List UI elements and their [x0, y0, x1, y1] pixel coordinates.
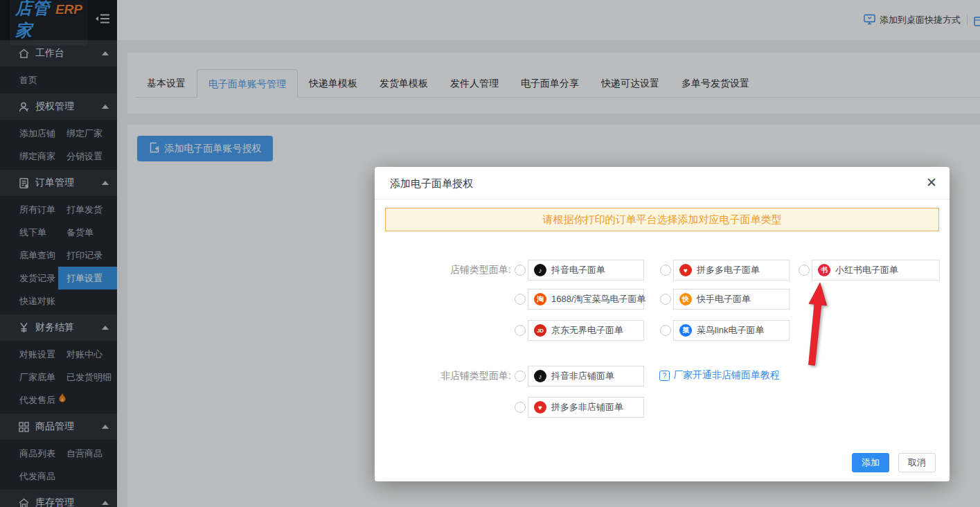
radio-kuaishou[interactable]: [660, 294, 671, 305]
option-1688/淘宝菜鸟电子面单[interactable]: 淘1688/淘宝菜鸟电子面单: [528, 289, 644, 310]
option-label: 抖音电子面单: [551, 264, 605, 276]
radio-pinduoduo[interactable]: [660, 265, 671, 276]
dialog-title: 添加电子面单授权: [390, 177, 473, 190]
radio-douyin[interactable]: [515, 371, 526, 382]
option-label: 小红书电子面单: [835, 264, 898, 276]
dialog-header: 添加电子面单授权 ✕: [375, 167, 950, 199]
radio-jd[interactable]: [515, 325, 526, 336]
nonshop-type-label: 非店铺类型面单:: [375, 370, 511, 382]
option-抖音非店铺面单[interactable]: ♪抖音非店铺面单: [528, 366, 644, 386]
option-小红书电子面单[interactable]: 书小红书电子面单: [812, 260, 940, 281]
option-快手电子面单[interactable]: 快快手电子面单: [673, 289, 790, 310]
option-label: 菜鸟link电子面单: [697, 324, 765, 337]
option-菜鸟link电子面单[interactable]: 菜菜鸟link电子面单: [673, 320, 790, 341]
douyin-icon: ♪: [534, 370, 546, 382]
radio-cainiao[interactable]: [660, 325, 671, 336]
radio-taobao[interactable]: [515, 294, 526, 305]
pinduoduo-icon: ♥: [679, 264, 692, 276]
app-root: 添加到桌面快捷方式 店管家 ERP 工作台首页授权管理添加店铺绑定厂家绑定商家分…: [0, 0, 980, 507]
jd-icon: JD: [534, 324, 546, 337]
cainiao-icon: 菜: [679, 324, 692, 337]
option-label: 拼多多电子面单: [697, 264, 760, 276]
cancel-button[interactable]: 取消: [898, 453, 936, 472]
dialog-notice: 请根据你打印的订单平台选择添加对应电子面单类型: [385, 208, 939, 231]
option-抖音电子面单[interactable]: ♪抖音电子面单: [528, 260, 644, 281]
close-icon[interactable]: ✕: [926, 175, 937, 191]
confirm-add-button[interactable]: 添加: [852, 453, 889, 472]
radio-douyin[interactable]: [515, 265, 526, 276]
add-waybill-auth-dialog: 添加电子面单授权 ✕ 请根据你打印的订单平台选择添加对应电子面单类型 店铺类型面…: [375, 167, 950, 481]
help-book-icon: ?: [659, 371, 670, 381]
option-label: 京东无界电子面单: [551, 324, 623, 337]
radio-pinduoduo[interactable]: [515, 402, 526, 413]
option-label: 1688/淘宝菜鸟电子面单: [551, 293, 646, 305]
option-京东无界电子面单[interactable]: JD京东无界电子面单: [528, 320, 644, 341]
option-拼多多非店铺面单[interactable]: ♥拼多多非店铺面单: [528, 397, 644, 418]
option-label: 快手电子面单: [697, 293, 751, 305]
option-label: 拼多多非店铺面单: [551, 401, 623, 413]
nonshop-tutorial-link[interactable]: ? 厂家开通非店铺面单教程: [659, 369, 780, 382]
pinduoduo-icon: ♥: [534, 401, 546, 413]
tutorial-link-label: 厂家开通非店铺面单教程: [673, 369, 780, 382]
xiaohongshu-icon: 书: [818, 264, 830, 276]
douyin-icon: ♪: [534, 264, 546, 276]
kuaishou-icon: 快: [679, 293, 692, 305]
option-label: 抖音非店铺面单: [551, 370, 614, 382]
option-拼多多电子面单[interactable]: ♥拼多多电子面单: [673, 260, 790, 281]
shop-type-label: 店铺类型面单:: [375, 264, 511, 276]
taobao-icon: 淘: [534, 293, 546, 305]
radio-xiaohongshu[interactable]: [799, 265, 810, 276]
